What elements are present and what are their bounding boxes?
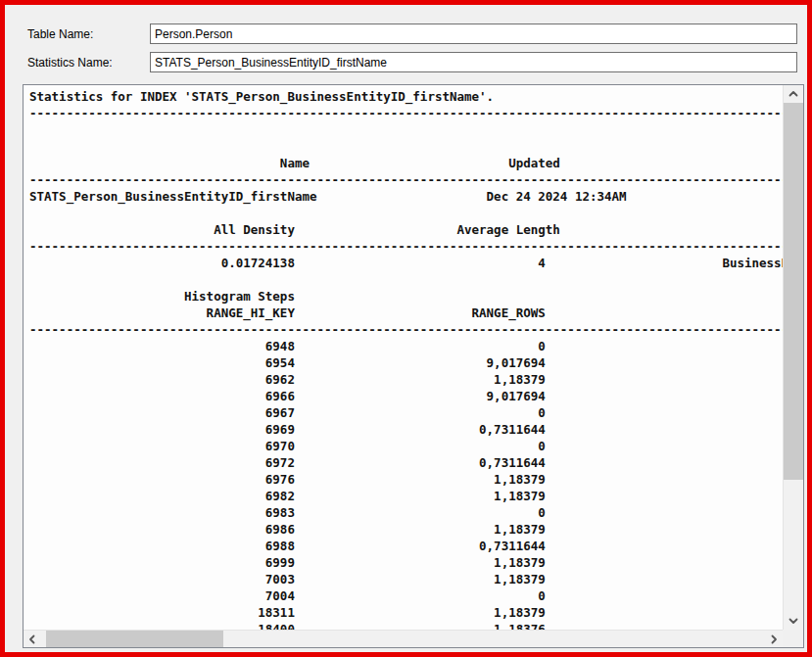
horizontal-scrollbar-thumb[interactable] xyxy=(46,631,223,647)
report-text[interactable]: Statistics for INDEX 'STATS_Person_Busin… xyxy=(24,85,783,630)
vertical-scrollbar-thumb[interactable] xyxy=(784,103,803,480)
show-statistics-dialog: Table Name: Statistics Name: Statistics … xyxy=(0,0,812,657)
chevron-left-icon xyxy=(27,634,37,644)
chevron-up-icon xyxy=(788,89,798,99)
vertical-scrollbar[interactable] xyxy=(783,85,803,630)
chevron-down-icon xyxy=(788,616,798,626)
table-name-label: Table Name: xyxy=(27,27,93,41)
horizontal-scrollbar[interactable] xyxy=(24,630,783,647)
statistics-name-input[interactable] xyxy=(150,52,797,72)
scroll-up-button[interactable] xyxy=(784,85,803,103)
scroll-right-button[interactable] xyxy=(765,631,783,647)
chevron-right-icon xyxy=(769,634,779,644)
statistics-name-label: Statistics Name: xyxy=(27,56,113,70)
scroll-down-button[interactable] xyxy=(784,612,803,630)
scrollbar-corner xyxy=(783,630,803,647)
statistics-report-panel: Statistics for INDEX 'STATS_Person_Busin… xyxy=(23,84,804,648)
scroll-left-button[interactable] xyxy=(24,631,41,647)
table-name-input[interactable] xyxy=(150,23,797,44)
